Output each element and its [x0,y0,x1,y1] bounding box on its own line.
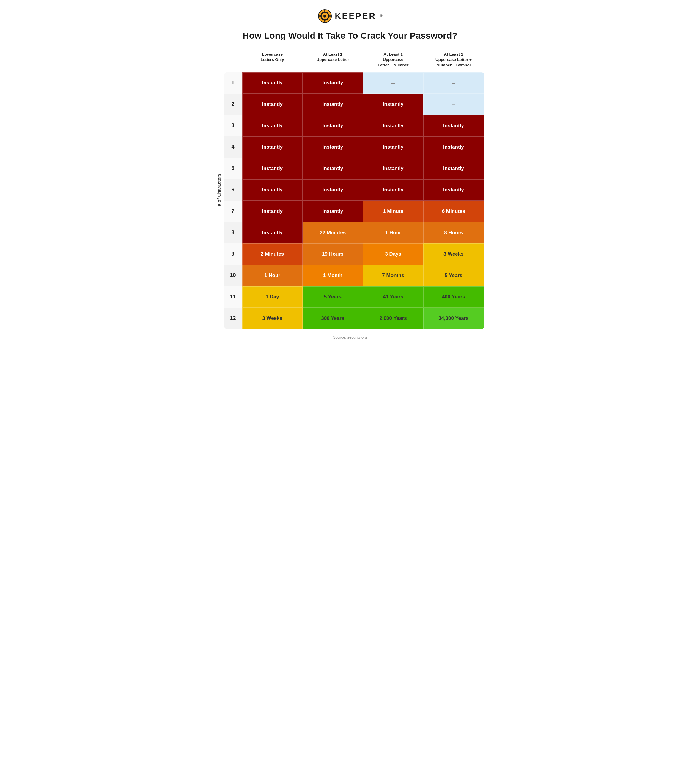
keeper-logo-icon [318,9,332,23]
cell-row9-col1: 2 Minutes [242,244,303,265]
source-text: Source: security.org [216,335,484,339]
cell-row8-col1: Instantly [242,222,303,244]
logo-text: KEEPER [335,11,376,21]
col-header-2: At Least 1Uppercase Letter [303,50,363,70]
cell-row7-col4: 6 Minutes [423,201,484,222]
cell-row3-col3: Instantly [363,115,423,136]
main-container: KEEPER ® How Long Would It Take To Crack… [216,9,484,339]
cell-row3-col2: Instantly [303,115,363,136]
cell-row4-col4: Instantly [423,136,484,158]
cell-row11-col4: 400 Years [423,286,484,308]
row-num-1: 1 [224,72,242,94]
cell-row9-col3: 3 Days [363,244,423,265]
row-num-2: 2 [224,94,242,115]
cell-row10-col2: 1 Month [303,265,363,286]
cell-row5-col2: Instantly [303,158,363,179]
cell-row5-col3: Instantly [363,158,423,179]
row-num-7: 7 [224,201,242,222]
table-area: LowercaseLetters OnlyAt Least 1Uppercase… [224,50,484,329]
row-num-3: 3 [224,115,242,136]
table-grid: 1InstantlyInstantly––2InstantlyInstantly… [224,72,484,329]
row-num-9: 9 [224,244,242,265]
table-wrapper: # of Characters LowercaseLetters OnlyAt … [216,50,484,329]
row-num-5: 5 [224,158,242,179]
cell-row6-col3: Instantly [363,179,423,201]
cell-row1-col1: Instantly [242,72,303,94]
cell-row6-col4: Instantly [423,179,484,201]
y-axis-label: # of Characters [216,173,222,206]
cell-row3-col4: Instantly [423,115,484,136]
cell-row11-col1: 1 Day [242,286,303,308]
col-header-3: At Least 1UppercaseLetter + Number [363,50,423,70]
row-num-8: 8 [224,222,242,244]
row-num-10: 10 [224,265,242,286]
col-header-4: At Least 1Uppercase Letter +Number + Sym… [423,50,484,70]
cell-row11-col3: 41 Years [363,286,423,308]
row-num-11: 11 [224,286,242,308]
cell-row12-col3: 2,000 Years [363,308,423,329]
cell-row6-col1: Instantly [242,179,303,201]
cell-row11-col2: 5 Years [303,286,363,308]
logo-area: KEEPER ® [216,9,484,23]
cell-row8-col4: 8 Hours [423,222,484,244]
cell-row6-col2: Instantly [303,179,363,201]
cell-row12-col2: 300 Years [303,308,363,329]
cell-row4-col3: Instantly [363,136,423,158]
cell-row1-col4: – [423,72,484,94]
cell-row4-col1: Instantly [242,136,303,158]
page-title: How Long Would It Take To Crack Your Pas… [216,30,484,41]
cell-row10-col1: 1 Hour [242,265,303,286]
cell-row5-col1: Instantly [242,158,303,179]
cell-row7-col2: Instantly [303,201,363,222]
col-headers: LowercaseLetters OnlyAt Least 1Uppercase… [224,50,484,70]
cell-row2-col1: Instantly [242,94,303,115]
row-num-12: 12 [224,308,242,329]
cell-row12-col4: 34,000 Years [423,308,484,329]
row-num-6: 6 [224,179,242,201]
cell-row1-col3: – [363,72,423,94]
cell-row10-col3: 7 Months [363,265,423,286]
cell-row12-col1: 3 Weeks [242,308,303,329]
cell-row9-col2: 19 Hours [303,244,363,265]
cell-row2-col4: – [423,94,484,115]
cell-row5-col4: Instantly [423,158,484,179]
svg-point-6 [323,14,327,17]
cell-row9-col4: 3 Weeks [423,244,484,265]
cell-row8-col2: 22 Minutes [303,222,363,244]
cell-row3-col1: Instantly [242,115,303,136]
cell-row4-col2: Instantly [303,136,363,158]
cell-row2-col3: Instantly [363,94,423,115]
row-num-4: 4 [224,136,242,158]
cell-row2-col2: Instantly [303,94,363,115]
cell-row7-col3: 1 Minute [363,201,423,222]
logo-registered: ® [380,14,383,18]
col-header-1: LowercaseLetters Only [242,50,303,70]
cell-row7-col1: Instantly [242,201,303,222]
cell-row1-col2: Instantly [303,72,363,94]
cell-row8-col3: 1 Hour [363,222,423,244]
cell-row10-col4: 5 Years [423,265,484,286]
